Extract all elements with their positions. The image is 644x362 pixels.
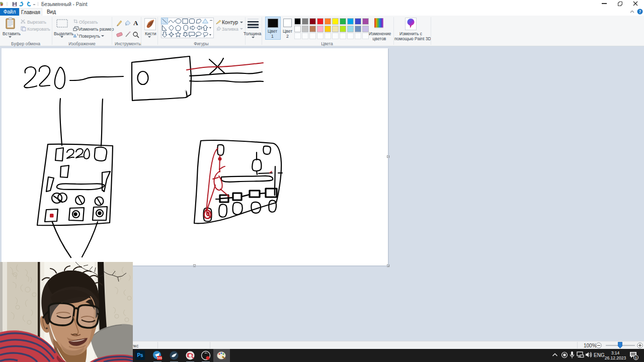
svg-text:546: 546 (157, 356, 163, 359)
svg-text:6: 6 (635, 356, 637, 359)
svg-text:A: A (133, 19, 138, 27)
svg-text:?: ? (639, 9, 641, 14)
